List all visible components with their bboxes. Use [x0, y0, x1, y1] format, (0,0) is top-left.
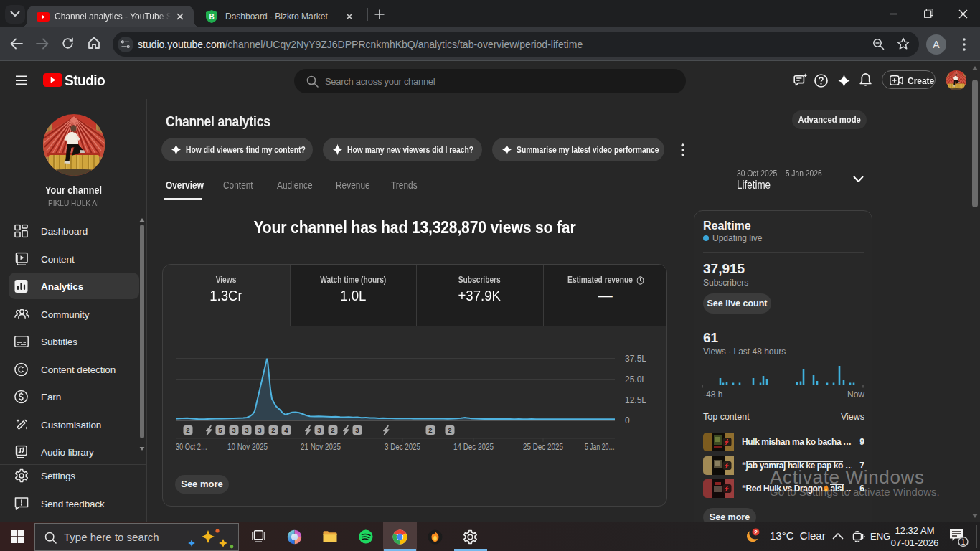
svg-text:1: 1 [961, 538, 966, 546]
svg-text:3: 3 [232, 426, 235, 434]
svg-text:2: 2 [448, 426, 451, 434]
svg-text:2: 2 [271, 426, 275, 434]
svg-text:B: B [209, 13, 214, 21]
svg-text:3: 3 [355, 426, 359, 434]
svg-text:25.0L: 25.0L [625, 375, 646, 385]
svg-text:2: 2 [428, 426, 432, 434]
svg-text:3: 3 [258, 426, 261, 434]
svg-text:12.5L: 12.5L [625, 395, 646, 405]
svg-text:3 Dec 2025: 3 Dec 2025 [385, 442, 420, 452]
svg-text:5: 5 [218, 426, 222, 434]
svg-text:4: 4 [284, 426, 288, 434]
svg-text:0: 0 [625, 415, 630, 425]
svg-text:2: 2 [186, 426, 189, 434]
svg-text:25 Dec 2025: 25 Dec 2025 [523, 442, 563, 452]
svg-text:21 Nov 2025: 21 Nov 2025 [301, 442, 341, 452]
svg-text:37.5L: 37.5L [625, 354, 646, 364]
svg-text:3: 3 [317, 426, 321, 434]
svg-text:5 Jan 20…: 5 Jan 20… [585, 442, 615, 452]
svg-text:10 Nov 2025: 10 Nov 2025 [227, 442, 268, 452]
svg-text:30 Oct 2…: 30 Oct 2… [176, 442, 207, 452]
svg-text:3: 3 [245, 426, 248, 434]
svg-text:2: 2 [754, 529, 758, 536]
svg-text:2: 2 [331, 426, 334, 434]
svg-text:14 Dec 2025: 14 Dec 2025 [453, 442, 494, 452]
